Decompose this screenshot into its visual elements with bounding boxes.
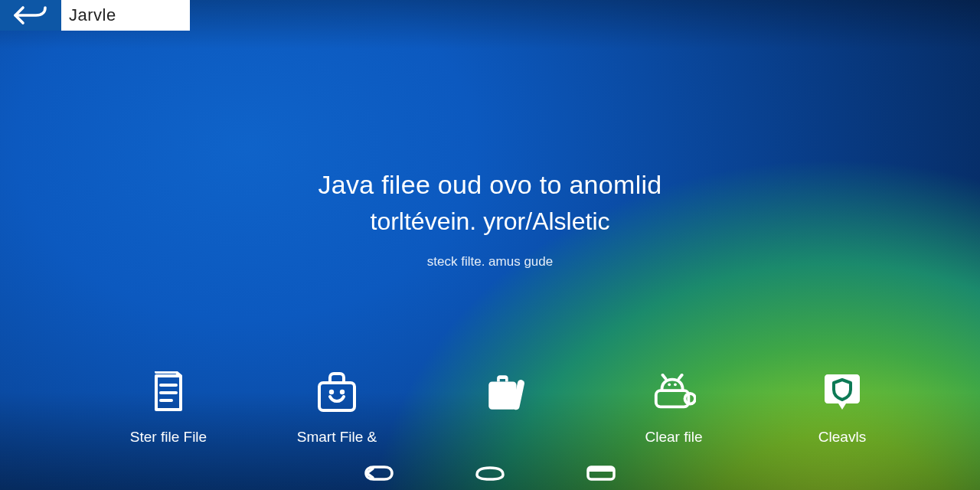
action-cleavls[interactable]: Cleavls [800,371,884,446]
nav-recent-icon [586,465,616,482]
svg-point-4 [331,391,332,393]
actions-row: Ster file File Smart File & [0,371,980,446]
svg-rect-3 [319,383,354,410]
nav-back-icon [363,465,395,482]
svg-line-8 [679,375,682,379]
hero: Java filee oud ovo to anomlid torltévein… [0,168,980,270]
system-navbar [0,456,980,490]
action-label: Smart File & [297,429,377,446]
svg-rect-14 [588,467,614,472]
action-label: Cleavls [818,429,866,446]
android-camera-icon [652,371,696,415]
title-input[interactable]: Jarvle [61,0,190,31]
action-ster-file[interactable]: Ster file File [126,371,211,446]
hero-line2: torltévein. yror/Alsletic [0,206,980,238]
back-button[interactable] [0,0,61,31]
nav-recent-button[interactable] [582,462,620,484]
svg-line-7 [663,375,666,379]
screen: Jarvle Java filee oud ovo to anomlid tor… [0,0,980,490]
svg-point-5 [341,391,343,393]
nav-back-button[interactable] [360,462,398,484]
hero-line1: Java filee oud ovo to anomlid [0,168,980,201]
action-clear-file[interactable]: Clear file [632,371,716,446]
action-smart-file-1[interactable]: Smart File & [295,371,379,446]
action-smart-file-2[interactable]: . [463,371,547,446]
hero-subtitle[interactable]: steck filte. amus gude [0,254,980,270]
topbar: Jarvle [0,0,980,31]
nav-home-button[interactable] [471,462,509,484]
action-label: Clear file [645,429,703,446]
shield-bubble-icon [820,371,864,415]
document-lines-icon [146,371,191,415]
nav-home-icon [474,466,506,481]
svg-point-12 [674,383,677,386]
action-label: Ster file File [130,429,207,446]
briefcase-slash-icon [483,371,528,415]
back-arrow-icon [13,5,48,26]
briefcase-smile-icon [315,371,359,415]
svg-point-11 [668,383,671,386]
